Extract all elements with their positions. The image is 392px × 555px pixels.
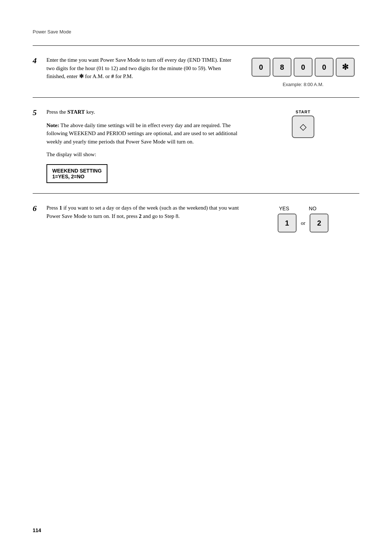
example-label: Example: 8:00 A.M.	[283, 82, 324, 87]
step6-text: Press 1 if you want to set a day or days…	[46, 204, 240, 220]
key-0-second: 0	[294, 58, 313, 77]
step4-visual: 0 8 0 0 ✻ Example: 8:00 A.M.	[247, 56, 359, 87]
key-0-third: 0	[315, 58, 334, 77]
step4-row: 4 Enter the time you want Power Save Mod…	[33, 46, 359, 98]
step5-main-text: Press the START key.	[46, 108, 240, 116]
step6-row: 6 Press 1 if you want to set a day or da…	[33, 194, 359, 243]
page: Power Save Mode 4 Enter the time you wan…	[0, 0, 392, 555]
start-word: START	[68, 109, 85, 115]
page-number: 114	[33, 527, 41, 533]
page-header: Power Save Mode	[33, 29, 359, 35]
step6-visual: YES NO 1 or 2	[247, 204, 359, 232]
step5-row: 5 Press the START key. Note: The above d…	[33, 98, 359, 194]
or-text: or	[301, 220, 306, 226]
step5-content: Press the START key. Note: The above dai…	[46, 108, 247, 183]
no-label: NO	[309, 206, 317, 211]
step4-content: Enter the time you want Power Save Mode …	[46, 56, 247, 81]
step4-key-row: 0 8 0 0 ✻	[252, 58, 355, 77]
press-1-bold: 1	[59, 205, 62, 211]
step4-number: 4	[33, 56, 46, 65]
step4-text: Enter the time you want Power Save Mode …	[46, 56, 240, 81]
display-intro-section: The display will show: WEEKEND SETTING 1…	[46, 151, 240, 183]
key-2: 2	[310, 214, 328, 232]
yes-no-keys: 1 or 2	[278, 214, 329, 232]
start-btn-icon: ◇	[292, 116, 314, 138]
step6-content: Press 1 if you want to set a day or days…	[46, 204, 247, 220]
step6-number: 6	[33, 204, 46, 213]
start-label: START	[296, 110, 311, 114]
key-8: 8	[273, 58, 291, 77]
start-button-container: START ◇	[292, 110, 314, 138]
note-bold-label: Note:	[46, 122, 59, 128]
hash-symbol: #	[111, 73, 114, 79]
key-1: 1	[278, 214, 297, 232]
press-2-bold: 2	[139, 213, 142, 219]
key-asterisk: ✻	[336, 58, 355, 77]
note-body: The above daily time settings will be in…	[46, 122, 237, 145]
asterisk-symbol: ✻	[79, 73, 84, 79]
step5-visual: START ◇	[247, 108, 359, 138]
display-intro-text: The display will show:	[46, 151, 240, 158]
weekend-display-box: WEEKEND SETTING 1=YES, 2=NO	[46, 164, 107, 183]
header-label: Power Save Mode	[33, 29, 71, 35]
display-line2: 1=YES, 2=NO	[52, 174, 102, 179]
yes-label: YES	[279, 206, 289, 211]
step5-note: Note: The above daily time settings will…	[46, 121, 240, 146]
yes-no-labels: YES NO	[278, 206, 317, 211]
display-line1: WEEKEND SETTING	[52, 168, 102, 174]
step5-number: 5	[33, 108, 46, 117]
key-0-first: 0	[252, 58, 270, 77]
yes-no-container: YES NO 1 or 2	[278, 206, 329, 232]
step6-number-text: 6	[33, 204, 37, 213]
